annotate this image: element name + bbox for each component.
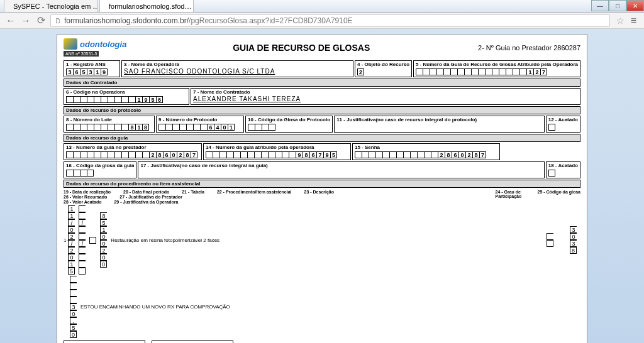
field-8: 8 - Número do Lote 818 <box>64 116 155 133</box>
browser-titlebar: SySPEC - Tecnologia em … × formulariosho… <box>0 0 644 13</box>
field-31: 31 - Valor Total Acatado (R$) 0,00 <box>152 340 233 343</box>
url-path: /pgRecursoGlosa.aspx?id=27FCD8D730A7910E <box>189 16 353 25</box>
proc-row-1b: 30,50 ESTOU ENCAMINHANDO UM NOVO RX PARA… <box>64 276 580 338</box>
section-proc: Dados do recurso do procedimento ou item… <box>64 180 580 188</box>
url-host: formularioshomolog.sfodonto.com.br/ <box>64 16 189 25</box>
section-guia: Dados do recurso da guia <box>64 134 580 142</box>
browser-tab-1[interactable]: formularioshomolog.sfod… × <box>99 0 194 12</box>
logo-sub: ANS nº 30531-5 <box>64 51 99 57</box>
section-protocolo: Dados do recurso do protocolo <box>64 106 580 114</box>
field-30: 30 - Valor Total Recursado (R$) 30,50 <box>64 340 145 343</box>
field-14: 14 - Número da guia atribuido pela opera… <box>203 143 351 160</box>
bookmark-icon[interactable]: ☆ <box>616 16 625 26</box>
field-7: 7 - Nome do Contratado ALEXANDRE TAKASHI… <box>191 88 580 105</box>
tab-title: formularioshomolog.sfod… <box>109 3 191 10</box>
proc-row-1: 1- 11/02/2015 // 85100200 Restauração em… <box>64 205 580 275</box>
proc-header: 19 - Data de realização 20 - Data final … <box>64 190 580 204</box>
field-4: 4 - Objeto do Recurso 2 <box>355 60 412 77</box>
url-input[interactable]: 🗋 formularioshomolog.sfodonto.com.br//pg… <box>50 14 610 27</box>
globe-icon: 🗋 <box>55 17 62 24</box>
proc-just: ESTOU ENCAMINHANDO UM NOVO RX PARA COMPR… <box>80 304 230 310</box>
field-9: 9 - Número do Protocolo 6401 <box>156 116 244 133</box>
field-5: 5 - Número da Guia de Recurso de Glosas … <box>413 60 580 77</box>
menu-icon[interactable]: ≡ <box>628 15 639 26</box>
field-3: 3 - Nome da Operadora SAO FRANCISCO ODON… <box>121 60 353 77</box>
proc-desc: Restauração em resina fotopolimerizável … <box>111 237 540 243</box>
reload-button[interactable]: ⟳ <box>35 14 47 26</box>
field-18: 18 - Acatado <box>546 161 580 178</box>
field-15: 15 - Senha 2860287 <box>352 143 500 160</box>
section-contratado: Dados do Contratado <box>64 79 580 87</box>
field-13: 13 - Número da guia no prestador 2860287 <box>64 143 202 160</box>
browser-tab-0[interactable]: SySPEC - Tecnologia em … × <box>4 0 98 12</box>
field-12: 12 - Acatado <box>546 116 580 133</box>
field-17: 17 - Justificativa(no caso de recurso in… <box>138 161 544 178</box>
minimize-button[interactable]: — <box>591 0 609 11</box>
field-16: 16 - Código da glosa da guia <box>64 161 136 178</box>
maximize-button[interactable]: □ <box>609 0 626 11</box>
field-10: 10 - Código da Glosa do Protocolo <box>245 116 333 133</box>
back-button[interactable]: ← <box>5 15 16 26</box>
guide-number: 2- Nº Guia no Prestador2860287 <box>476 44 580 52</box>
form-sheet: odontologia ANS nº 30531-5 GUIA DE RECUR… <box>57 34 587 343</box>
page-title: GUIA DE RECURSO DE GLOSAS <box>233 43 370 53</box>
forward-button[interactable]: → <box>20 15 31 26</box>
field-11: 11 - Justificativa(no caso de recurso in… <box>334 116 545 133</box>
address-bar: ← → ⟳ 🗋 formularioshomolog.sfodonto.com.… <box>0 13 644 29</box>
close-button[interactable]: ✕ <box>626 0 644 11</box>
logo-text: odontologia <box>80 40 126 49</box>
logo-mark-icon <box>64 38 77 50</box>
field-6: 6 - Código na Operadora 1956 <box>64 88 189 105</box>
tab-title: SySPEC - Tecnologia em … <box>13 3 98 10</box>
logo: odontologia ANS nº 30531-5 <box>64 38 126 57</box>
field-1: 1 - Registro ANS 365319 <box>64 60 120 77</box>
